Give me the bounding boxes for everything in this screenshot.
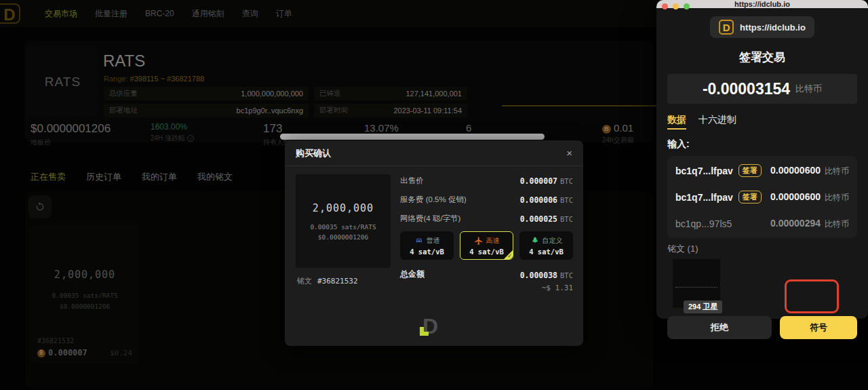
- wallet-tabs: 数据 十六进制: [667, 114, 857, 130]
- fee-option-name: 普通: [427, 236, 440, 246]
- inputs-label: 输入:: [667, 138, 857, 151]
- price-unit: BTC: [560, 177, 573, 185]
- input-row: bc1q7...lfpav 签署 0.00000600比特币: [675, 157, 849, 184]
- wallet-sign-popup: https://idclub.io D https://idclub.io 签署…: [656, 0, 868, 319]
- input-address: bc1q7...lfpav: [675, 192, 733, 203]
- purchase-confirm-modal: 购买确认 × 2,000,000 0.00035 sats/RATS $0.00…: [285, 140, 583, 346]
- price-unit: BTC: [560, 196, 573, 204]
- total-usd: ~$ 1.31: [520, 284, 573, 292]
- input-amount: 0.00000600: [770, 165, 821, 176]
- inscription-preview: 2,000,000 0.00035 sats/RATS $0.000000120…: [296, 174, 391, 268]
- check-icon: ✓: [507, 253, 512, 259]
- input-row: bc1q7...lfpav 签署 0.00000600比特币: [675, 184, 849, 210]
- modal-title: 购买确认: [296, 147, 331, 159]
- transaction-amount-unit: 比特币: [795, 83, 822, 95]
- price-row-service-fee: 服务费 (0.5% 促销) 0.000006BTC: [400, 193, 573, 206]
- input-address: bc1qp...97ls5: [675, 218, 732, 229]
- inputs-card: bc1q7...lfpav 签署 0.00000600比特币 bc1q7...l…: [667, 156, 857, 238]
- fee-option-rate: 4 sat/vB: [529, 248, 564, 256]
- sign-transaction-heading: 签署交易: [667, 50, 857, 65]
- preview-rate: 0.00035 sats/RATS: [310, 223, 376, 231]
- price-row-sale: 出售价 0.000007BTC: [400, 174, 573, 187]
- price-row-network-fee: 网络费(4 聪/字节) 0.000025BTC: [400, 212, 573, 225]
- price-column: 出售价 0.000007BTC 服务费 (0.5% 促销) 0.000006BT…: [400, 174, 573, 292]
- transaction-amount-box: -0.00003154 比特币: [667, 74, 857, 104]
- fee-option-rate: 4 sat/vB: [410, 248, 444, 256]
- logo-corner-accent: [420, 327, 429, 336]
- inscription-count-label: 铭文 (1): [667, 243, 857, 255]
- fee-option-row: 普通 4 sat/vB 高速 4 sat/vB ✓: [400, 231, 573, 260]
- input-amount: 0.00000294: [770, 218, 821, 229]
- plane-icon: [474, 236, 484, 246]
- inscription-id-row: 铭文 #36821532: [296, 273, 391, 289]
- inscription-thumbnail: 294 卫星: [673, 259, 720, 308]
- car-icon: [414, 236, 424, 246]
- fee-option-name: 高速: [486, 236, 500, 246]
- inscription-preview-column: 2,000,000 0.00035 sats/RATS $0.000000120…: [296, 174, 391, 292]
- preview-usd: $0.0000001206: [318, 233, 368, 241]
- site-logo-icon: D: [719, 20, 734, 35]
- price-label: 出售价: [400, 176, 424, 186]
- inscription-id: #36821532: [317, 277, 358, 286]
- reject-button[interactable]: 拒绝: [667, 316, 772, 339]
- sign-badge: 签署: [738, 164, 762, 177]
- rocket-icon: [530, 236, 540, 246]
- input-unit: 比特币: [825, 193, 849, 202]
- sign-badge: 签署: [738, 191, 762, 203]
- input-row: bc1qp...97ls5 0.00000294比特币: [675, 210, 849, 237]
- tab-hex[interactable]: 十六进制: [698, 114, 736, 130]
- modal-header: 购买确认 ×: [285, 140, 583, 166]
- fee-option-fast[interactable]: 高速 4 sat/vB ✓: [460, 231, 513, 260]
- transaction-amount: -0.00003154: [703, 80, 790, 98]
- site-origin-url: https://idclub.io: [740, 22, 806, 33]
- idclub-logo: D: [422, 315, 446, 338]
- input-unit: 比特币: [825, 166, 849, 176]
- price-value: 0.000007: [520, 176, 557, 186]
- close-icon[interactable]: ×: [566, 147, 572, 159]
- fee-option-normal[interactable]: 普通 4 sat/vB: [400, 231, 454, 260]
- price-value: 0.000025: [520, 214, 557, 224]
- price-label: 服务费 (0.5% 促销): [400, 195, 467, 205]
- total-unit: BTC: [560, 271, 573, 279]
- modal-body: 2,000,000 0.00035 sats/RATS $0.000000120…: [285, 166, 583, 292]
- input-unit: 比特币: [825, 219, 849, 229]
- input-amount: 0.00000600: [770, 191, 821, 202]
- total-label: 总金额: [400, 269, 425, 292]
- thumbnail-content-line: [675, 287, 717, 288]
- wallet-footer: 拒绝 符号: [656, 308, 868, 349]
- sign-button[interactable]: 符号: [780, 316, 857, 339]
- input-address: bc1q7...lfpav: [675, 165, 733, 176]
- sats-badge: 294 卫星: [684, 300, 722, 313]
- fee-option-rate: 4 sat/vB: [469, 248, 504, 256]
- inscription-label: 铭文: [297, 276, 312, 286]
- total-value: 0.000038: [520, 271, 557, 280]
- fee-option-name: 自定义: [542, 236, 563, 246]
- highlight-band: [280, 134, 545, 140]
- wallet-titlebar: https://idclub.io: [656, 0, 868, 8]
- fee-option-custom[interactable]: 自定义 4 sat/vB: [519, 231, 573, 260]
- total-row: 总金额 0.000038BTC ~$ 1.31: [400, 269, 573, 292]
- site-origin-pill: D https://idclub.io: [710, 16, 814, 38]
- price-unit: BTC: [560, 215, 573, 223]
- wallet-content: D https://idclub.io 签署交易 -0.00003154 比特币…: [656, 8, 868, 308]
- price-value: 0.000006: [520, 195, 557, 205]
- window-title: https://idclub.io: [734, 0, 790, 8]
- app-screen: D 交易市场 批量注册 BRC-20 通用铭刻 查询 订单 RATS RATS …: [0, 0, 868, 390]
- tab-data[interactable]: 数据: [667, 114, 686, 130]
- preview-amount: 2,000,000: [313, 202, 374, 214]
- price-label: 网络费(4 聪/字节): [400, 214, 460, 224]
